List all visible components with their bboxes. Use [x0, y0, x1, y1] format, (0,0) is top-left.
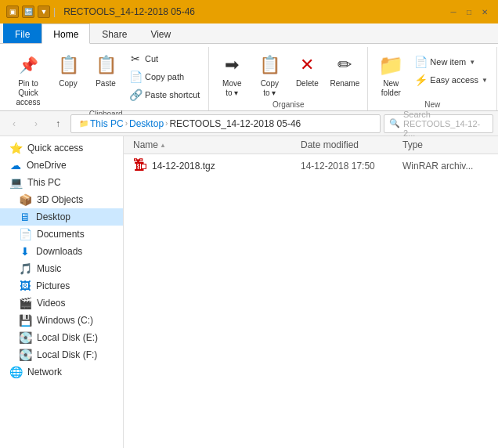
col-type-header[interactable]: Type — [402, 139, 489, 150]
cut-label: Cut — [145, 54, 158, 63]
network-icon: 🌐 — [9, 366, 23, 378]
local-e-label: Local Disk (E:) — [37, 332, 98, 343]
sidebar-item-onedrive[interactable]: ☁ OneDrive — [0, 157, 123, 174]
new-item-label: New item — [430, 57, 466, 67]
copy-to-button[interactable]: 📋 Copyto ▾ — [251, 49, 287, 100]
pin-to-quick-access-button[interactable]: 📌 Pin to Quick access — [8, 49, 49, 110]
move-to-button[interactable]: ➡ Moveto ▾ — [214, 49, 250, 100]
sidebar-item-local-f[interactable]: 💽 Local Disk (F:) — [0, 346, 123, 363]
title-bar: ▣ 🔙 ▼ | RECTOOLS_14-12-2018 05-46 ─ □ ✕ — [0, 0, 498, 23]
sidebar-item-this-pc[interactable]: 💻 This PC — [0, 174, 123, 191]
copy-button[interactable]: 📋 Copy — [50, 49, 86, 91]
onedrive-label: OneDrive — [27, 160, 67, 171]
col-date-label: Date modified — [301, 139, 359, 150]
sidebar-item-music[interactable]: 🎵 Music — [0, 260, 123, 277]
quick-access-label: Quick access — [27, 143, 83, 154]
sidebar: ⭐ Quick access ☁ OneDrive 💻 This PC 📦 3D… — [0, 136, 124, 448]
new-item-button[interactable]: 📄 New item ▼ — [410, 53, 492, 70]
pictures-icon: 🖼 — [19, 280, 31, 292]
quick-access-icon: ⭐ — [9, 142, 23, 154]
sidebar-item-pictures[interactable]: 🖼 Pictures — [0, 277, 123, 294]
videos-label: Videos — [37, 298, 65, 309]
tab-view[interactable]: View — [139, 23, 182, 43]
back-button[interactable]: ‹ — [5, 114, 23, 133]
paste-shortcut-button[interactable]: 🔗 Paste shortcut — [125, 86, 204, 103]
rename-label: Rename — [330, 79, 359, 89]
onedrive-icon: ☁ — [9, 159, 22, 172]
move-to-label: Moveto ▾ — [222, 79, 241, 98]
col-type-label: Type — [402, 139, 423, 150]
title-controls[interactable]: ─ □ ✕ — [446, 5, 492, 19]
delete-label: Delete — [296, 79, 319, 89]
new-item-icon: 📄 — [414, 56, 427, 68]
easy-access-button[interactable]: ⚡ Easy access ▼ — [410, 71, 492, 89]
main-area: ⭐ Quick access ☁ OneDrive 💻 This PC 📦 3D… — [0, 136, 498, 448]
cut-button[interactable]: ✂ Cut — [125, 50, 204, 67]
title-icon-3: ▼ — [38, 5, 50, 18]
paste-shortcut-label: Paste shortcut — [145, 90, 200, 99]
clipboard-small-group: ✂ Cut 📄 Copy path 🔗 Paste shortcut — [125, 49, 204, 105]
windows-c-icon: 💾 — [19, 314, 32, 327]
new-folder-label: Newfolder — [381, 79, 401, 98]
window-title: RECTOOLS_14-12-2018 05-46 — [63, 6, 442, 17]
breadcrumb-thispc[interactable]: This PC — [90, 118, 124, 129]
tab-share[interactable]: Share — [90, 23, 139, 43]
breadcrumb-bar: 📁 This PC › Desktop › RECTOOLS_14-12-201… — [70, 114, 381, 133]
organise-label: Organise — [272, 100, 305, 110]
ribbon: 📌 Pin to Quick access 📋 Copy 📋 Paste ✂ C… — [0, 44, 498, 111]
file-date: 14-12-2018 17:50 — [301, 161, 402, 172]
easy-access-label: Easy access — [430, 75, 478, 85]
rename-button[interactable]: ✏ Rename — [327, 49, 363, 91]
sidebar-item-downloads[interactable]: ⬇ Downloads — [0, 243, 123, 260]
content-header: Name ▲ Date modified Type — [124, 136, 498, 154]
breadcrumb-sep-2: › — [165, 119, 168, 128]
new-small-group: 📄 New item ▼ ⚡ Easy access ▼ — [410, 49, 492, 90]
tab-file[interactable]: File — [3, 23, 42, 43]
close-button[interactable]: ✕ — [478, 5, 492, 19]
delete-button[interactable]: ✕ Delete — [289, 49, 325, 91]
sidebar-item-documents[interactable]: 📄 Documents — [0, 226, 123, 243]
sidebar-item-desktop[interactable]: 🖥 Desktop — [0, 208, 123, 226]
new-folder-button[interactable]: 📁 Newfolder — [373, 49, 409, 100]
table-row[interactable]: 🗜 14-12-2018.tgz 14-12-2018 17:50 WinRAR… — [124, 154, 498, 178]
easy-access-arrow: ▼ — [482, 77, 488, 84]
local-e-icon: 💽 — [19, 331, 32, 344]
paste-group: 📋 Paste — [88, 49, 124, 91]
sidebar-item-quick-access[interactable]: ⭐ Quick access — [0, 139, 123, 157]
desktop-icon: 🖥 — [19, 211, 31, 223]
documents-icon: 📄 — [19, 228, 32, 240]
col-name-header[interactable]: Name ▲ — [133, 139, 301, 150]
paste-button[interactable]: 📋 Paste — [88, 49, 124, 91]
desktop-label: Desktop — [36, 211, 70, 222]
pin-icon: 📌 — [16, 52, 41, 78]
file-type: WinRAR archiv... — [402, 161, 489, 172]
sidebar-item-videos[interactable]: 🎬 Videos — [0, 294, 123, 312]
title-icon-2: 🔙 — [22, 5, 34, 18]
breadcrumb-desktop[interactable]: Desktop — [129, 118, 164, 129]
copy-path-label: Copy path — [145, 72, 184, 81]
3d-objects-icon: 📦 — [19, 193, 32, 206]
sidebar-item-local-e[interactable]: 💽 Local Disk (E:) — [0, 329, 123, 346]
title-icon-1: ▣ — [6, 5, 19, 18]
network-label: Network — [27, 367, 62, 378]
col-date-header[interactable]: Date modified — [301, 139, 402, 150]
minimize-button[interactable]: ─ — [446, 5, 460, 19]
up-button[interactable]: ↑ — [49, 114, 67, 133]
copy-path-button[interactable]: 📄 Copy path — [125, 68, 204, 85]
pin-label: Pin to Quick access — [10, 79, 46, 107]
sidebar-item-network[interactable]: 🌐 Network — [0, 363, 123, 381]
tab-home[interactable]: Home — [42, 23, 90, 44]
downloads-icon: ⬇ — [19, 245, 31, 258]
copy-to-label: Copyto ▾ — [261, 79, 279, 98]
cut-icon: ✂ — [129, 52, 142, 65]
local-f-icon: 💽 — [19, 349, 32, 361]
sidebar-item-3d-objects[interactable]: 📦 3D Objects — [0, 191, 123, 208]
ribbon-group-new: 📁 Newfolder 📄 New item ▼ ⚡ Easy access ▼… — [368, 47, 497, 110]
sidebar-item-windows-c[interactable]: 💾 Windows (C:) — [0, 312, 123, 329]
this-pc-icon: 💻 — [9, 176, 23, 189]
maximize-button[interactable]: □ — [462, 5, 476, 19]
forward-button[interactable]: › — [27, 114, 45, 133]
clipboard-items: 📌 Pin to Quick access 📋 Copy 📋 Paste ✂ C… — [8, 49, 204, 110]
search-box[interactable]: 🔍 Search RECTOOLS_14-12-2... — [384, 114, 493, 133]
nav-bar: ‹ › ↑ 📁 This PC › Desktop › RECTOOLS_14-… — [0, 111, 498, 136]
